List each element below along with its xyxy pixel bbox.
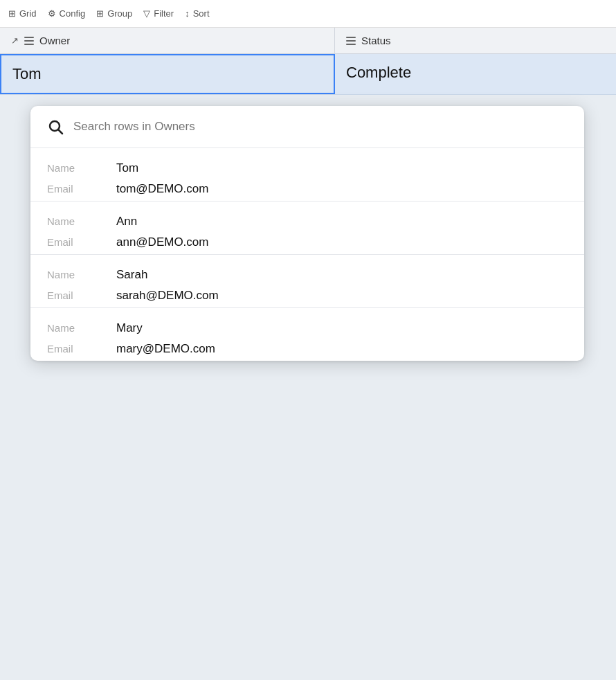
search-input[interactable] bbox=[73, 120, 568, 134]
toolbar-group[interactable]: ⊞ Group bbox=[96, 8, 132, 19]
person-entry[interactable]: Name Ann Email ann@DEMO.com bbox=[30, 202, 584, 255]
table-data-row: Tom Complete bbox=[0, 54, 616, 95]
filter-icon: ▽ bbox=[143, 8, 150, 19]
person-name-row: Name Tom bbox=[47, 158, 568, 179]
owner-column-header[interactable]: ↗ Owner bbox=[0, 28, 335, 53]
email-label: Email bbox=[47, 289, 116, 301]
status-lines-icon bbox=[346, 37, 356, 45]
name-label: Name bbox=[47, 162, 116, 174]
email-value: mary@DEMO.com bbox=[116, 342, 215, 356]
toolbar: ⊞ Grid ⚙ Config ⊞ Group ▽ Filter ↕ Sort bbox=[0, 0, 616, 28]
sort-icon: ↕ bbox=[185, 8, 190, 19]
name-value: Sarah bbox=[116, 268, 147, 282]
toolbar-grid-label: Grid bbox=[19, 8, 37, 19]
search-row bbox=[30, 106, 584, 148]
search-icon bbox=[47, 118, 64, 135]
person-entry[interactable]: Name Sarah Email sarah@DEMO.com bbox=[30, 255, 584, 308]
name-label: Name bbox=[47, 269, 116, 280]
person-name-row: Name Ann bbox=[47, 211, 568, 232]
name-label: Name bbox=[47, 322, 116, 334]
svg-line-1 bbox=[59, 130, 63, 134]
owner-dropdown: Name Tom Email tom@DEMO.com Name Ann Ema… bbox=[30, 106, 584, 361]
owner-column-label: Owner bbox=[39, 35, 70, 46]
person-entry[interactable]: Name Mary Email mary@DEMO.com bbox=[30, 308, 584, 361]
email-label: Email bbox=[47, 183, 116, 195]
persons-list: Name Tom Email tom@DEMO.com Name Ann Ema… bbox=[30, 148, 584, 361]
status-column-label: Status bbox=[361, 35, 391, 46]
person-name-row: Name Sarah bbox=[47, 265, 568, 285]
status-value: Complete bbox=[346, 64, 411, 81]
name-value: Ann bbox=[116, 215, 137, 229]
status-column-header[interactable]: Status bbox=[335, 28, 616, 53]
name-value: Mary bbox=[116, 321, 143, 335]
status-cell: Complete bbox=[335, 54, 616, 94]
person-name-row: Name Mary bbox=[47, 318, 568, 339]
config-icon: ⚙ bbox=[48, 8, 56, 19]
owner-cell[interactable]: Tom bbox=[0, 54, 335, 94]
table-header: ↗ Owner Status bbox=[0, 28, 616, 54]
person-email-row: Email ann@DEMO.com bbox=[47, 232, 568, 253]
toolbar-sort-label: Sort bbox=[193, 8, 210, 19]
toolbar-sort[interactable]: ↕ Sort bbox=[185, 8, 209, 19]
email-label: Email bbox=[47, 343, 116, 355]
email-value: tom@DEMO.com bbox=[116, 182, 208, 196]
toolbar-group-label: Group bbox=[107, 8, 132, 19]
owner-value: Tom bbox=[12, 65, 42, 82]
toolbar-config-label: Config bbox=[60, 8, 86, 19]
email-value: ann@DEMO.com bbox=[116, 235, 208, 249]
name-value: Tom bbox=[116, 161, 138, 175]
group-icon: ⊞ bbox=[96, 8, 104, 19]
toolbar-config[interactable]: ⚙ Config bbox=[48, 8, 86, 19]
person-entry[interactable]: Name Tom Email tom@DEMO.com bbox=[30, 148, 584, 202]
person-email-row: Email sarah@DEMO.com bbox=[47, 285, 568, 306]
arrow-up-icon: ↗ bbox=[11, 35, 19, 46]
person-email-row: Email mary@DEMO.com bbox=[47, 339, 568, 359]
name-label: Name bbox=[47, 215, 116, 227]
toolbar-filter[interactable]: ▽ Filter bbox=[143, 8, 174, 19]
lines-icon bbox=[24, 37, 34, 45]
grid-icon: ⊞ bbox=[8, 8, 16, 19]
toolbar-filter-label: Filter bbox=[154, 8, 174, 19]
toolbar-grid[interactable]: ⊞ Grid bbox=[8, 8, 37, 19]
email-value: sarah@DEMO.com bbox=[116, 289, 219, 303]
email-label: Email bbox=[47, 236, 116, 248]
person-email-row: Email tom@DEMO.com bbox=[47, 179, 568, 199]
